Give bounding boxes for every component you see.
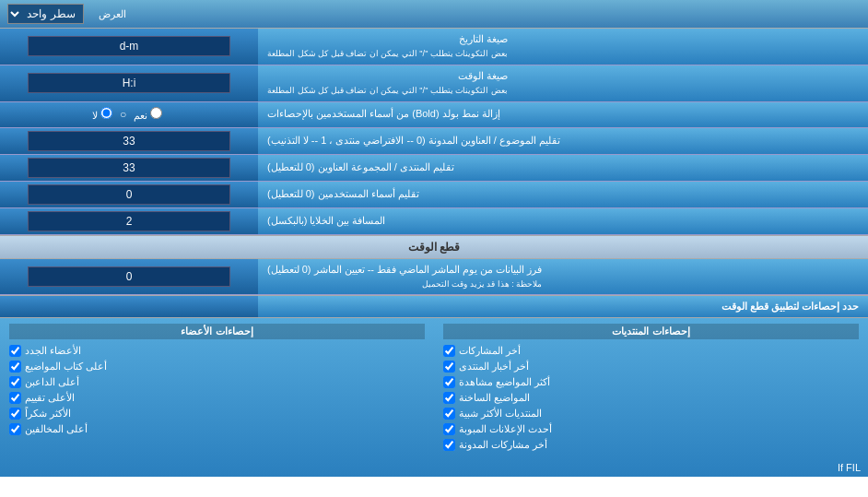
checkbox-hot-topics-input[interactable] [443, 392, 455, 404]
checkbox-top-warned: أعلى المخالفين [9, 421, 425, 437]
checkbox-top-authors-input[interactable] [9, 361, 21, 373]
time-format-row: صيغة الوقتبعض التكوينات يتطلب "/" التي ي… [0, 65, 868, 102]
col-member-stats-header: إحصاءات الأعضاء [9, 324, 425, 339]
cell-spacing-row: المسافة بين الخلايا (بالبكسل) [0, 208, 868, 235]
user-names-label: تقليم أسماء المستخدمين (0 للتعطيل) [258, 182, 868, 207]
topic-order-label: تقليم الموضوع / العناوين المدونة (0 -- ا… [258, 128, 868, 154]
checkbox-latest-ads-input[interactable] [443, 423, 455, 435]
forum-order-input[interactable] [28, 158, 230, 178]
bold-remove-label: إزالة نمط بولد (Bold) من أسماء المستخدمي… [258, 102, 868, 127]
radio-yes[interactable] [150, 107, 162, 119]
cell-spacing-input-cell [0, 208, 258, 234]
cell-spacing-input[interactable] [28, 211, 230, 231]
checkbox-top-posters: أعلى الداعبن [9, 374, 425, 390]
topic-order-input-cell [0, 128, 258, 154]
radio-no[interactable] [100, 107, 112, 119]
cut-time-input[interactable] [28, 266, 230, 287]
date-format-input[interactable] [28, 36, 230, 56]
time-format-label: صيغة الوقتبعض التكوينات يتطلب "/" التي ي… [258, 65, 868, 101]
checkbox-similar-forums: المنتديات الأكثر شبية [443, 406, 859, 421]
forum-order-input-cell [0, 155, 258, 181]
cut-time-input-cell [0, 259, 258, 295]
checkbox-most-viewed: أكثر المواضيع مشاهدة [443, 374, 859, 390]
top-display-label: العرض [91, 0, 868, 28]
col-forum-stats: إحصاءات المنتديات أخر المشاركات أخر أخبا… [434, 318, 868, 458]
forum-order-row: تقليم المنتدى / المجموعة العناوين (0 للت… [0, 155, 868, 182]
checkboxes-section: حدد إحصاءات لتطبيق قطع الوقت إحصاءات الم… [0, 295, 868, 477]
checkbox-new-members: الأعضاء الجدد [9, 343, 425, 359]
checkbox-blog-posts: أخر مشاركات المدونة [443, 437, 859, 453]
checkbox-most-thanked: الأكثر شكراً [9, 406, 425, 421]
forum-order-label: تقليم المنتدى / المجموعة العناوين (0 للت… [258, 155, 868, 181]
checkbox-blog-posts-input[interactable] [443, 439, 455, 451]
user-names-row: تقليم أسماء المستخدمين (0 للتعطيل) [0, 182, 868, 208]
top-select-area: سطر واحد سطرين ثلاثة أسطر [0, 0, 91, 28]
checkbox-top-rated: الأعلى تقييم [9, 390, 425, 406]
topic-order-row: تقليم الموضوع / العناوين المدونة (0 -- ا… [0, 128, 868, 155]
checkbox-hot-topics: المواضيع الساخنة [443, 390, 859, 406]
checkbox-most-viewed-input[interactable] [443, 376, 455, 388]
date-format-row: صيغة التاريخبعض التكوينات يتطلب "/" التي… [0, 29, 868, 65]
checkbox-last-posts-input[interactable] [443, 345, 455, 357]
top-row: العرض سطر واحد سطرين ثلاثة أسطر [0, 0, 868, 29]
radio-spacer: ○ [120, 108, 126, 121]
bold-remove-row: إزالة نمط بولد (Bold) من أسماء المستخدمي… [0, 102, 868, 128]
date-format-input-cell [0, 29, 258, 65]
checkbox-similar-forums-input[interactable] [443, 408, 455, 420]
time-format-input[interactable] [28, 73, 230, 93]
checkbox-forum-news-input[interactable] [443, 361, 455, 373]
time-format-input-cell [0, 65, 258, 101]
radio-yes-label: نعم [134, 107, 162, 122]
radio-no-label: لا [92, 107, 112, 122]
display-select[interactable]: سطر واحد سطرين ثلاثة أسطر [7, 4, 84, 24]
radio-group: نعم ○ لا [92, 107, 166, 122]
checkboxes-columns: إحصاءات المنتديات أخر المشاركات أخر أخبا… [0, 318, 868, 458]
user-names-input-cell [0, 182, 258, 207]
apply-label: حدد إحصاءات لتطبيق قطع الوقت [258, 296, 868, 317]
checkbox-last-posts: أخر المشاركات [443, 343, 859, 359]
checkbox-top-posters-input[interactable] [9, 376, 21, 388]
checkbox-top-warned-input[interactable] [9, 423, 21, 435]
date-format-label: صيغة التاريخبعض التكوينات يتطلب "/" التي… [258, 29, 868, 65]
apply-label-spacer [0, 296, 258, 317]
checkbox-new-members-input[interactable] [9, 345, 21, 357]
topic-order-input[interactable] [28, 131, 230, 151]
apply-label-row: حدد إحصاءات لتطبيق قطع الوقت [0, 296, 868, 318]
col-member-stats: إحصاءات الأعضاء الأعضاء الجدد أعلى كتاب … [0, 318, 434, 458]
checkbox-most-thanked-input[interactable] [9, 408, 21, 420]
checkbox-latest-ads: أحدث الإعلانات المبوبة [443, 421, 859, 437]
bold-remove-input-cell: نعم ○ لا [0, 102, 258, 127]
checkbox-top-rated-input[interactable] [9, 392, 21, 404]
user-names-input[interactable] [28, 184, 230, 205]
cut-time-row: فرز البيانات من يوم الماشر الماضي فقط --… [0, 259, 868, 296]
section-cut-header: قطع الوقت [0, 235, 868, 259]
bottom-text: If FIL [0, 458, 868, 477]
checkbox-forum-news: أخر أخبار المنتدى [443, 359, 859, 374]
cell-spacing-label: المسافة بين الخلايا (بالبكسل) [258, 208, 868, 234]
col-forum-stats-header: إحصاءات المنتديات [443, 324, 859, 339]
checkbox-top-authors: أعلى كتاب المواضيع [9, 359, 425, 374]
cut-time-label: فرز البيانات من يوم الماشر الماضي فقط --… [258, 259, 868, 295]
